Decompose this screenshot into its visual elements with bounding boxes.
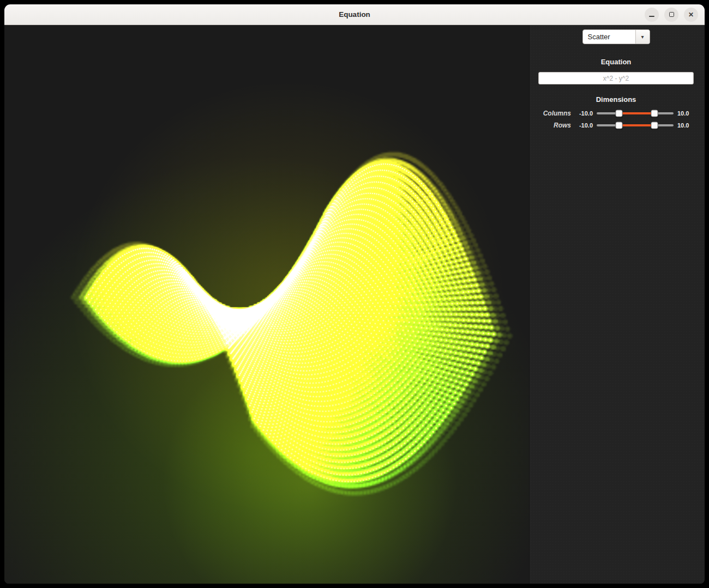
range-handle-low[interactable] (615, 122, 622, 129)
plot-viewport (4, 25, 529, 584)
range-handle-low[interactable] (615, 110, 622, 117)
window-content: Scatter ▾ Equation Dimensions Columns -1… (4, 25, 705, 584)
plot-type-value: Scatter (583, 30, 635, 44)
plot-type-dropdown[interactable]: Scatter ▾ (582, 29, 650, 44)
columns-max-value: 10.0 (677, 110, 694, 117)
rows-max-value: 10.0 (677, 122, 694, 129)
plot-canvas[interactable] (4, 25, 529, 584)
controls-panel: Scatter ▾ Equation Dimensions Columns -1… (529, 25, 705, 584)
rows-range-slider[interactable] (597, 121, 674, 129)
minimize-icon (649, 16, 654, 17)
rows-label: Rows (538, 122, 571, 129)
equation-input[interactable] (538, 72, 694, 84)
range-handle-high[interactable] (651, 110, 658, 117)
columns-min-value: -10.0 (575, 110, 593, 117)
titlebar[interactable]: Equation ✕ (4, 4, 705, 25)
columns-range-slider[interactable] (597, 109, 674, 117)
dimension-sliders: Columns -10.0 10.0 Rows -10.0 (538, 109, 694, 129)
close-button[interactable]: ✕ (684, 8, 698, 22)
range-fill (619, 124, 655, 126)
maximize-icon (669, 12, 674, 17)
range-handle-high[interactable] (651, 122, 658, 129)
app-window: Equation ✕ Scatter ▾ Equation (4, 4, 705, 584)
dropdown-arrow-button[interactable]: ▾ (635, 30, 650, 44)
minimize-button[interactable] (645, 8, 659, 22)
close-icon: ✕ (688, 11, 694, 18)
rows-min-value: -10.0 (575, 122, 593, 129)
window-controls: ✕ (645, 8, 698, 22)
window-title: Equation (339, 10, 370, 19)
rows-dimension-row: Rows -10.0 10.0 (538, 121, 694, 129)
columns-label: Columns (538, 110, 571, 117)
columns-dimension-row: Columns -10.0 10.0 (538, 109, 694, 117)
equation-heading: Equation (538, 58, 694, 66)
range-fill (619, 112, 655, 114)
chevron-down-icon: ▾ (641, 34, 644, 40)
dimensions-heading: Dimensions (538, 95, 694, 104)
maximize-button[interactable] (664, 8, 678, 22)
